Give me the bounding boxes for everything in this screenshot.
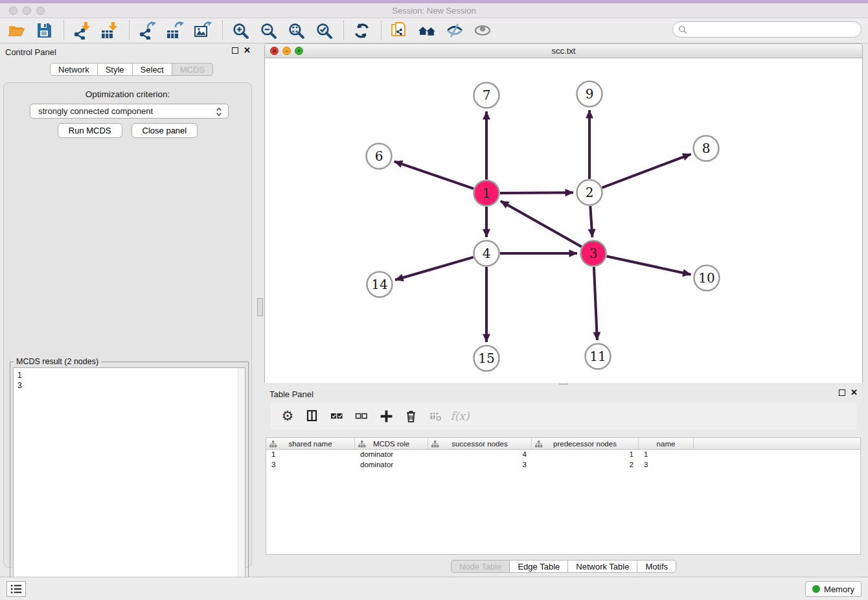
table-cell[interactable]: 3 (428, 460, 532, 470)
graph-edge-1-2[interactable] (500, 192, 573, 193)
graph-edge-3-10[interactable] (607, 257, 691, 275)
tab-node-table[interactable]: Node Table (451, 560, 510, 573)
graph-node-15[interactable]: 15 (474, 346, 499, 371)
show-panels-icon[interactable] (472, 19, 494, 41)
network-file-transfer-icon[interactable] (388, 19, 410, 41)
graph-node-1[interactable]: 1 (474, 181, 499, 206)
network-window-titlebar[interactable]: ✕ − + scc.txt (265, 44, 862, 58)
graph-node-8[interactable]: 8 (694, 136, 719, 161)
graph-edge-4-14[interactable] (395, 257, 474, 280)
graph-node-10[interactable]: 10 (694, 266, 720, 291)
table-panel: Table Panel ✕ ⚙ f(x) shared nameMCDS (264, 386, 863, 577)
column-header-shared-name[interactable]: shared name (266, 438, 355, 449)
tab-select[interactable]: Select (133, 63, 172, 76)
import-table-icon[interactable] (98, 19, 120, 41)
table-cell[interactable]: 3 (266, 460, 355, 470)
graph-node-11[interactable]: 11 (586, 344, 611, 369)
column-header-name[interactable]: name (639, 438, 694, 449)
table-cell[interactable]: 1 (532, 450, 639, 460)
column-header-predecessor-nodes[interactable]: predecessor nodes (532, 438, 639, 449)
tab-mcds[interactable]: MCDS (172, 63, 213, 76)
delete-table-icon[interactable] (428, 408, 443, 424)
close-panel-icon[interactable]: ✕ (244, 47, 251, 54)
search-field[interactable] (672, 21, 862, 38)
table-cell[interactable]: 4 (428, 450, 532, 460)
memory-label: Memory (824, 584, 854, 594)
graph-node-14[interactable]: 14 (367, 272, 393, 297)
save-session-icon[interactable] (33, 19, 55, 41)
mcds-result-value[interactable]: 1 (17, 370, 241, 380)
import-network-icon[interactable] (71, 19, 93, 41)
export-network-icon[interactable] (136, 19, 158, 41)
select-all-icon[interactable] (329, 408, 345, 424)
delete-row-icon[interactable] (403, 408, 418, 424)
zoom-selected-icon[interactable] (313, 19, 335, 41)
add-row-icon[interactable] (378, 408, 394, 424)
toggle-panels-icon[interactable] (304, 408, 320, 424)
function-builder-icon[interactable]: f(x) (452, 408, 468, 424)
network-view-window: ✕ − + scc.txt 7968124314101511 (264, 43, 863, 383)
apply-layout-icon[interactable] (350, 19, 372, 41)
export-image-icon[interactable] (192, 19, 214, 41)
tab-motifs[interactable]: Motifs (637, 560, 676, 573)
graph-edge-1-6[interactable] (394, 161, 474, 189)
optimization-criterion-select[interactable]: strongly connected component (30, 104, 229, 119)
graph-node-2[interactable]: 2 (577, 180, 602, 205)
graph-node-3[interactable]: 3 (581, 241, 606, 266)
graph-node-4[interactable]: 4 (474, 241, 499, 266)
control-panel-tabs: NetworkStyleSelectMCDS (50, 63, 213, 76)
column-header-MCDS-role[interactable]: MCDS role (355, 438, 428, 449)
search-input[interactable] (690, 25, 861, 34)
graph-edge-2-8[interactable] (602, 154, 691, 188)
table-row[interactable]: 1dominator411 (266, 450, 860, 460)
toolbar-separator (343, 21, 344, 40)
session-title: Session: New Session (0, 6, 868, 16)
result-scrollbar[interactable] (238, 368, 245, 600)
table-cell[interactable]: dominator (355, 460, 428, 470)
close-table-panel-icon[interactable]: ✕ (851, 389, 858, 397)
table-header-row[interactable]: shared nameMCDS rolesuccessor nodesprede… (266, 438, 860, 450)
table-cell[interactable]: 1 (639, 450, 694, 460)
hide-panels-icon[interactable] (444, 19, 466, 41)
close-panel-button[interactable]: Close panel (131, 123, 198, 138)
float-table-panel-icon[interactable] (839, 389, 845, 396)
graph-node-6[interactable]: 6 (367, 144, 392, 169)
open-app-manager-icon[interactable] (416, 19, 438, 41)
graph-edge-3-1[interactable] (501, 201, 582, 246)
memory-button[interactable]: Memory (805, 581, 862, 597)
vertical-splitter-handle[interactable] (257, 298, 263, 316)
tab-edge-table[interactable]: Edge Table (510, 560, 568, 573)
select-stepper-icon (214, 106, 224, 117)
table-settings-icon[interactable]: ⚙ (280, 408, 295, 424)
node-table[interactable]: shared nameMCDS rolesuccessor nodesprede… (266, 437, 861, 555)
tab-network[interactable]: Network (50, 63, 98, 76)
graph-node-9[interactable]: 9 (577, 82, 602, 107)
svg-text:2: 2 (586, 185, 594, 200)
float-panel-icon[interactable] (232, 47, 238, 54)
tab-style[interactable]: Style (98, 63, 133, 76)
toolbar-separator (63, 21, 64, 40)
show-task-history-button[interactable] (6, 581, 26, 597)
mcds-result-value[interactable]: 3 (17, 380, 241, 391)
run-mcds-button[interactable]: Run MCDS (58, 123, 122, 138)
tab-network-table[interactable]: Network Table (568, 560, 637, 573)
table-cell[interactable]: 1 (266, 450, 355, 460)
zoom-out-icon[interactable] (257, 19, 279, 41)
table-cell[interactable]: dominator (355, 450, 428, 460)
network-canvas[interactable]: 7968124314101511 (265, 58, 862, 383)
graph-node-7[interactable]: 7 (474, 83, 499, 108)
zoom-in-icon[interactable] (229, 19, 251, 41)
export-table-icon[interactable] (164, 19, 186, 41)
graph-edge-2-3[interactable] (590, 206, 592, 237)
open-session-icon[interactable] (5, 19, 27, 41)
graph-edge-3-11[interactable] (594, 267, 597, 340)
table-cell[interactable]: 2 (532, 460, 639, 470)
svg-text:10: 10 (698, 270, 714, 286)
table-cell[interactable]: 3 (639, 460, 694, 470)
mcds-result-list[interactable]: 13 (13, 367, 246, 600)
zoom-fit-icon[interactable] (285, 19, 307, 41)
mcds-panel: Optimization criterion: strongly connect… (3, 82, 252, 568)
deselect-all-icon[interactable] (354, 408, 369, 424)
column-header-successor-nodes[interactable]: successor nodes (428, 438, 532, 449)
table-row[interactable]: 3dominator323 (266, 460, 860, 470)
